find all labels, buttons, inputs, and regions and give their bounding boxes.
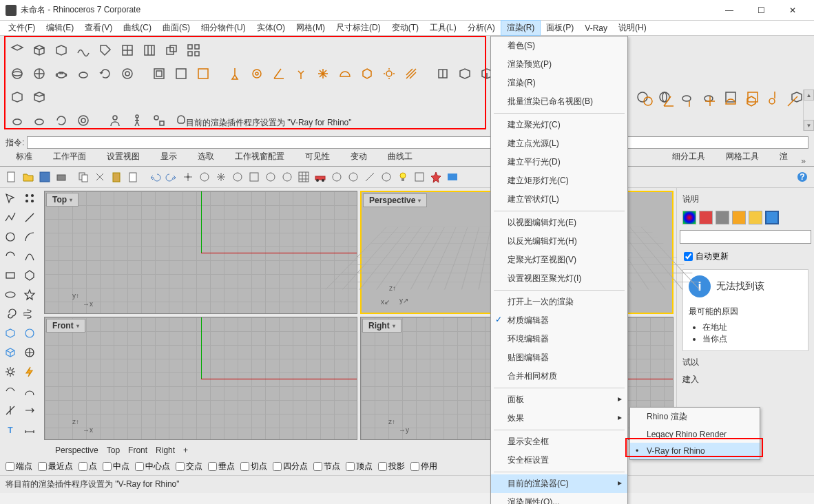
r-angle-icon[interactable] bbox=[660, 92, 678, 110]
flash-icon[interactable] bbox=[21, 363, 39, 381]
osnap-disable[interactable]: 停用 bbox=[410, 461, 437, 472]
rays-icon[interactable] bbox=[402, 65, 420, 83]
sparkle-icon[interactable] bbox=[314, 65, 332, 83]
polygon-icon[interactable] bbox=[21, 266, 39, 284]
dd-shade[interactable]: 着色(S) bbox=[491, 36, 627, 55]
menu-solid[interactable]: 细分物件(U) bbox=[196, 21, 251, 35]
auto-update-checkbox[interactable]: 自动更新 bbox=[680, 246, 811, 266]
grid1-icon[interactable] bbox=[118, 41, 136, 59]
open-icon[interactable] bbox=[21, 169, 36, 185]
tag-icon[interactable] bbox=[96, 41, 114, 59]
tab-meshtools[interactable]: 网格工具 bbox=[716, 147, 769, 166]
help-icon[interactable]: ? bbox=[795, 169, 810, 185]
osnap-quad[interactable]: 四分点 bbox=[273, 461, 308, 472]
cube2-icon[interactable] bbox=[52, 41, 70, 59]
curve2-icon[interactable] bbox=[1, 382, 19, 400]
close-button[interactable]: ✕ bbox=[777, 0, 808, 21]
mesh2-icon[interactable] bbox=[21, 344, 39, 361]
viewport-persp-label[interactable]: Perspective bbox=[363, 193, 427, 207]
dd-viewspot[interactable]: 设置视图至聚光灯(I) bbox=[491, 269, 627, 288]
rect-icon[interactable] bbox=[1, 266, 19, 284]
vtab-front[interactable]: Front bbox=[128, 445, 147, 455]
scrollbar-right[interactable]: ▲ ▼ bbox=[803, 90, 814, 131]
grid3-icon[interactable] bbox=[185, 41, 202, 59]
folder-icon[interactable] bbox=[749, 211, 762, 224]
osnap-vertex[interactable]: 顶点 bbox=[346, 461, 373, 472]
globe-icon[interactable] bbox=[30, 65, 48, 83]
more4-icon[interactable] bbox=[280, 169, 295, 185]
color-wheel-icon[interactable] bbox=[682, 211, 696, 224]
teapot-icon[interactable] bbox=[52, 65, 70, 83]
ring2-icon[interactable] bbox=[74, 112, 92, 129]
circle-icon[interactable] bbox=[1, 228, 19, 246]
target-icon[interactable] bbox=[248, 65, 266, 83]
sub-vray[interactable]: V-Ray for Rhino bbox=[630, 443, 760, 459]
shapes-icon[interactable] bbox=[150, 112, 168, 129]
clipboard-icon[interactable] bbox=[125, 169, 140, 185]
wave-icon[interactable] bbox=[74, 41, 92, 59]
r-sparkle-icon[interactable] bbox=[701, 92, 719, 110]
sphere3-icon[interactable] bbox=[21, 324, 39, 342]
car-icon[interactable] bbox=[313, 169, 328, 185]
scroll-down-icon[interactable]: ▼ bbox=[804, 120, 814, 131]
spiral-icon[interactable] bbox=[1, 305, 19, 323]
hex-icon[interactable] bbox=[358, 65, 376, 83]
arc-icon[interactable] bbox=[21, 228, 39, 246]
r-antenna-icon[interactable] bbox=[680, 92, 698, 110]
trim-icon[interactable] bbox=[1, 401, 19, 419]
gear-icon[interactable] bbox=[1, 363, 19, 381]
minimize-button[interactable]: — bbox=[713, 0, 745, 21]
text-icon[interactable]: T bbox=[1, 421, 19, 439]
dd-safeframe[interactable]: 显示安全框 bbox=[491, 432, 627, 451]
menu-transform[interactable]: 变动(T) bbox=[386, 21, 424, 35]
refresh2-icon[interactable] bbox=[52, 112, 70, 129]
viewport-top[interactable]: Top y↑ →x bbox=[44, 191, 357, 314]
viewport-top-label[interactable]: Top bbox=[46, 193, 79, 207]
menu-analyze[interactable]: 分析(A) bbox=[462, 21, 501, 35]
teapot2-icon[interactable] bbox=[74, 65, 92, 83]
menu-mesh[interactable]: 网格(M) bbox=[291, 21, 331, 35]
auto-update-check[interactable] bbox=[684, 252, 693, 261]
person-icon[interactable] bbox=[106, 112, 124, 129]
osnap-int[interactable]: 交点 bbox=[176, 461, 202, 472]
more1-icon[interactable] bbox=[230, 169, 245, 185]
star-icon[interactable] bbox=[21, 286, 39, 304]
more7-icon[interactable] bbox=[362, 169, 377, 185]
dd-render[interactable]: 渲染(R) bbox=[491, 74, 627, 92]
curve3-icon[interactable] bbox=[21, 382, 39, 400]
ring-icon[interactable] bbox=[118, 65, 136, 83]
dd-mateditor[interactable]: 材质编辑器 bbox=[491, 311, 627, 330]
dim-icon[interactable] bbox=[21, 421, 39, 439]
dd-enveditor[interactable]: 环境编辑器 bbox=[491, 330, 627, 348]
tab-subd[interactable]: 细分工具 bbox=[662, 147, 716, 166]
sub-legacy[interactable]: Legacy Rhino Render bbox=[630, 426, 760, 443]
tab-transform[interactable]: 变动 bbox=[340, 147, 377, 166]
tab-overflow-icon[interactable]: » bbox=[798, 156, 808, 166]
more2-icon[interactable] bbox=[247, 169, 262, 185]
tab-select[interactable]: 选取 bbox=[187, 147, 225, 166]
save-icon[interactable] bbox=[37, 169, 52, 185]
box-icon[interactable] bbox=[1, 324, 19, 342]
frame-sparkle-icon[interactable] bbox=[194, 65, 212, 83]
r-dome-icon[interactable] bbox=[722, 92, 740, 110]
ball-icon[interactable] bbox=[716, 211, 729, 224]
angle-icon[interactable] bbox=[270, 65, 288, 83]
new-icon[interactable] bbox=[4, 169, 19, 185]
print-icon[interactable] bbox=[54, 169, 69, 185]
redo-icon[interactable] bbox=[164, 169, 179, 185]
more9-icon[interactable] bbox=[412, 169, 427, 185]
teapot6-icon[interactable] bbox=[30, 112, 48, 129]
menu-view[interactable]: 查看(V) bbox=[79, 21, 118, 35]
dd-merge[interactable]: 合并相同材质 bbox=[491, 367, 627, 386]
frame2-icon[interactable] bbox=[172, 65, 190, 83]
line-icon[interactable] bbox=[21, 209, 39, 227]
more8-icon[interactable] bbox=[379, 169, 394, 185]
tab-curvetools[interactable]: 曲线工 bbox=[377, 147, 423, 166]
dd-tubelight[interactable]: 建立管状灯(L) bbox=[491, 190, 627, 209]
viewport-front-label[interactable]: Front bbox=[46, 319, 85, 333]
vray-logo-icon[interactable] bbox=[445, 169, 460, 185]
cube-icon[interactable] bbox=[30, 41, 48, 59]
dd-texeditor[interactable]: 贴图编辑器 bbox=[491, 348, 627, 367]
refresh-icon[interactable] bbox=[96, 65, 114, 83]
dd-batch[interactable]: 批量渲染已命名视图(B) bbox=[491, 92, 627, 111]
